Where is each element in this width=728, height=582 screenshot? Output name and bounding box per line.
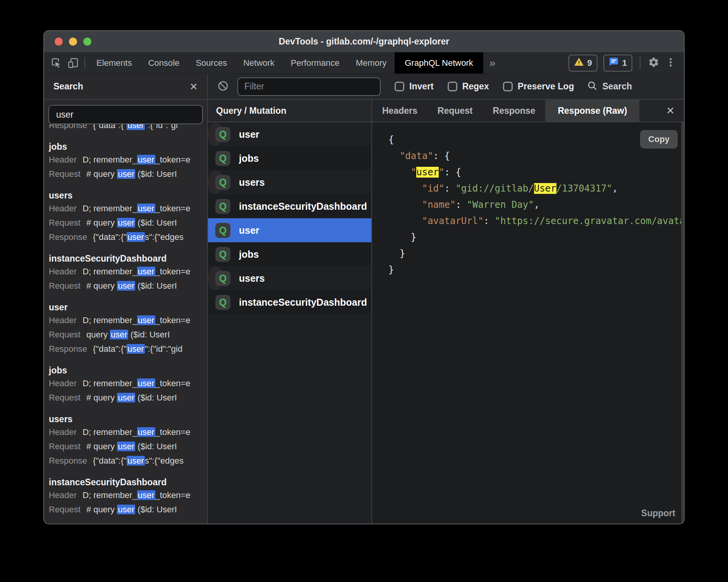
result-response-line: Response{"data":{"users":{"edges [49, 454, 207, 468]
filter-input[interactable] [238, 81, 380, 92]
regex-label: Regex [462, 81, 489, 92]
result-line-text: D; remember_ [82, 378, 137, 388]
close-search-panel-icon[interactable]: ✕ [189, 82, 198, 92]
json-token: " [411, 167, 416, 178]
result-header-line: HeaderD; remember_user_token=e [49, 152, 207, 167]
search-result-entry[interactable]: instanceSecurityDashboardHeaderD; rememb… [49, 476, 207, 517]
search-result-entry[interactable]: instanceSecurityDashboardHeaderD; rememb… [49, 253, 207, 293]
response-tab-response-raw[interactable]: Response (Raw) [545, 100, 639, 122]
tab-memory[interactable]: Memory [348, 52, 395, 74]
result-line-label: Response [49, 232, 87, 242]
regex-checkbox[interactable] [448, 82, 457, 91]
match-highlight: user [137, 378, 155, 388]
query-list-item-user[interactable]: Quser [208, 122, 223, 146]
result-line-text: _token=e [155, 427, 191, 437]
search-panel: Search ✕ Response{"data":{"user":{"id":"… [44, 74, 208, 524]
result-line-text: D; remember_ [82, 204, 137, 213]
search-result-entry[interactable]: userHeaderD; remember_user_token=eReques… [49, 301, 207, 356]
tab-performance[interactable]: Performance [283, 52, 348, 74]
match-highlight: user [117, 393, 135, 402]
query-list-item-user[interactable]: Quser [208, 218, 371, 242]
result-line-label: Request [49, 169, 81, 179]
result-line-text: _token=e [155, 490, 191, 500]
close-details-icon[interactable]: ✕ [657, 100, 684, 122]
chat-bubble-icon [609, 57, 619, 69]
result-request-line: Requestquery user ($id: UserI [49, 327, 207, 342]
result-response-line: Response{"data":{"users":{"edges [49, 230, 207, 244]
query-list-item-instancesecuritydashboard[interactable]: QinstanceSecurityDashboard [208, 194, 371, 218]
query-type-icon: Q [215, 151, 230, 166]
result-response-line: Response{"data":{"user":{"id":"gid [49, 342, 207, 356]
response-tab-response[interactable]: Response [483, 100, 546, 122]
match-highlight: user [137, 427, 155, 437]
match-highlight: user [416, 167, 439, 178]
tab-network[interactable]: Network [235, 52, 283, 74]
query-type-icon: Q [215, 247, 230, 262]
json-token: : { [433, 151, 450, 161]
json-token: : [484, 216, 495, 226]
query-list-item-users[interactable]: Qusers [208, 170, 223, 194]
query-type-icon: Q [215, 295, 230, 310]
search-result-entry[interactable]: jobsHeaderD; remember_user_token=eReques… [49, 141, 207, 181]
json-token [388, 167, 411, 178]
result-request-line: Request# query user ($id: UserI [49, 390, 207, 405]
result-entry-title: jobs [49, 365, 207, 376]
match-highlight: user [127, 456, 145, 466]
search-input[interactable] [51, 110, 201, 120]
support-link[interactable]: Support [641, 508, 675, 519]
clipped-result-line: Response{"data":{"user":{"id":"gi [49, 124, 207, 132]
query-type-icon: Q [215, 223, 230, 238]
device-toolbar-icon[interactable] [67, 57, 79, 69]
warnings-badge[interactable]: 9 [568, 55, 598, 72]
copy-button[interactable]: Copy [640, 130, 678, 149]
query-list-item-jobs[interactable]: Qjobs [208, 242, 371, 266]
settings-gear-icon[interactable] [648, 56, 659, 70]
query-mutation-panel: Query / Mutation QuserQjobsQusersQinstan… [208, 100, 372, 524]
json-token: { [388, 134, 394, 145]
more-tabs-icon[interactable]: » [483, 52, 502, 74]
devtools-toolbar: ElementsConsoleSourcesNetworkPerformance… [44, 52, 684, 74]
clear-requests-icon[interactable] [217, 80, 229, 93]
result-line-text: ($id: UserI [135, 169, 177, 179]
preserve-log-checkbox[interactable] [503, 82, 513, 91]
tab-console[interactable]: Console [140, 52, 188, 74]
search-toggle[interactable]: Search [587, 80, 632, 93]
tab-graphql-network[interactable]: GraphQL Network [395, 52, 483, 74]
result-line-text: # query [86, 218, 117, 228]
network-filter-bar: Invert Regex Preserve Log [208, 74, 684, 100]
response-tab-headers[interactable]: Headers [372, 100, 428, 122]
inspect-element-icon[interactable] [50, 57, 62, 69]
result-line-label: Request [49, 281, 81, 291]
tab-elements[interactable]: Elements [88, 52, 140, 74]
search-result-entry[interactable]: jobsHeaderD; remember_user_token=eReques… [49, 365, 207, 405]
match-highlight: user [137, 315, 155, 325]
query-type-icon: Q [215, 127, 230, 142]
tab-sources[interactable]: Sources [187, 52, 235, 74]
scrollbar[interactable] [681, 122, 684, 524]
query-type-icon: Q [215, 271, 230, 286]
search-result-entry[interactable]: usersHeaderD; remember_user_token=eReque… [49, 190, 207, 244]
query-list-item-jobs[interactable]: Qjobs [208, 146, 371, 170]
messages-badge[interactable]: 1 [603, 55, 632, 72]
match-highlight: user [110, 330, 128, 339]
result-line-text: ($id: UserI [135, 505, 177, 514]
search-result-entry[interactable]: usersHeaderD; remember_user_token=eReque… [49, 413, 207, 468]
warning-triangle-icon [574, 57, 584, 69]
invert-checkbox[interactable] [395, 82, 404, 91]
json-token: "data" [400, 151, 433, 161]
match-highlight: user [117, 505, 135, 514]
close-window-button[interactable] [55, 38, 63, 46]
query-list-item-instancesecuritydashboard[interactable]: QinstanceSecurityDashboard [208, 290, 371, 314]
result-entry-title: user [49, 301, 207, 313]
result-header-line: HeaderD; remember_user_token=e [49, 313, 207, 327]
response-tab-request[interactable]: Request [428, 100, 483, 122]
json-token: : [445, 183, 456, 194]
match-highlight: user [137, 204, 155, 213]
zoom-window-button[interactable] [83, 38, 91, 46]
result-line-label: Header [49, 267, 77, 276]
kebab-menu-icon[interactable] [665, 57, 676, 69]
response-tabs: HeadersRequestResponseResponse (Raw) [372, 100, 639, 122]
invert-checkbox-group: Invert [395, 81, 434, 92]
minimize-window-button[interactable] [69, 38, 77, 46]
query-list-item-users[interactable]: Qusers [208, 266, 223, 290]
